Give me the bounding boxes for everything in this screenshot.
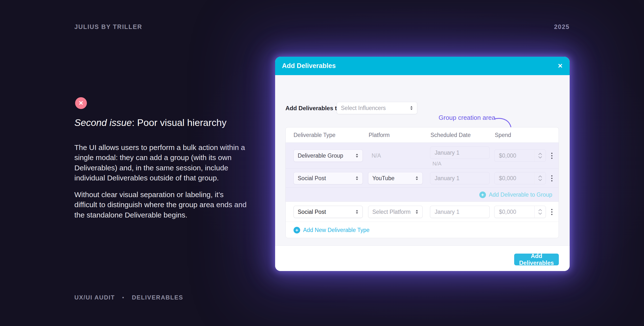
- spinner-down-icon[interactable]: [538, 156, 542, 158]
- sort-arrows-icon: [410, 106, 413, 110]
- bullet-separator-icon: •: [122, 295, 124, 300]
- scheduled-date-input[interactable]: January 1: [430, 172, 490, 184]
- select-influencers-dropdown[interactable]: Select Influencers: [337, 102, 417, 114]
- spinner-down-icon[interactable]: [538, 212, 542, 214]
- scheduled-date-input[interactable]: January 1: [430, 146, 490, 159]
- spinner-up-icon[interactable]: [538, 209, 542, 211]
- issue-heading-rest: : Poor visual hierarchy: [132, 117, 226, 128]
- platform-select[interactable]: Select Platform: [368, 206, 422, 218]
- issue-heading-italic: Second issue: [74, 117, 132, 128]
- spend-stepper: [534, 206, 546, 218]
- spinner-up-icon[interactable]: [538, 176, 542, 178]
- group-creation-area-annotation: Group creation area: [438, 114, 495, 122]
- deliverable-type-value: Social Post: [298, 209, 326, 215]
- spend-input[interactable]: $0,000: [494, 150, 546, 162]
- col-header-deliverable-type: Deliverable Type: [294, 128, 336, 142]
- deliverables-table: Deliverable Type Platform Scheduled Date…: [286, 127, 559, 238]
- row-menu-button[interactable]: [549, 150, 555, 162]
- plus-circle-icon: +: [294, 227, 300, 234]
- footer-tag-audit: UX/UI AUDIT: [74, 294, 115, 301]
- col-header-scheduled-date: Scheduled Date: [430, 128, 471, 142]
- platform-placeholder: Select Platform: [372, 209, 410, 215]
- sort-arrows-icon: [356, 176, 358, 180]
- slide: JULIUS BY TRILLER 2025 ✕ Second issue: P…: [0, 0, 644, 326]
- table-row-group-deliverable: Social Post YouTube January 1 $0,000: [286, 169, 558, 188]
- footer-tag-deliverables: DELIVERABLES: [132, 294, 183, 301]
- plus-circle-icon: +: [479, 192, 486, 198]
- date-placeholder: January 1: [435, 175, 460, 182]
- add-to-group-row: + Add Deliverable to Group: [286, 188, 558, 202]
- table-header-row: Deliverable Type Platform Scheduled Date…: [286, 128, 558, 142]
- platform-value: YouTube: [372, 175, 394, 182]
- spinner-down-icon[interactable]: [538, 179, 542, 181]
- deliverable-type-select[interactable]: Social Post: [294, 206, 363, 218]
- platform-select[interactable]: YouTube: [368, 172, 422, 184]
- slide-footer: UX/UI AUDIT • DELIVERABLES: [74, 294, 183, 301]
- add-deliverable-to-group-label: Add Deliverable to Group: [489, 192, 552, 198]
- row-menu-button[interactable]: [549, 172, 555, 184]
- table-row-deliverable-group: Deliverable Group N/A January 1 N/A $0,0…: [286, 142, 558, 169]
- spend-input[interactable]: $0,000: [494, 206, 546, 218]
- table-row-standalone-deliverable: Social Post Select Platform January 1 $0…: [286, 202, 558, 222]
- year-label: 2025: [554, 23, 570, 30]
- sort-arrows-icon: [415, 176, 418, 180]
- x-icon: ✕: [78, 100, 84, 106]
- date-na-subtext: N/A: [432, 160, 442, 167]
- sort-arrows-icon: [415, 210, 418, 214]
- deliverable-type-value: Deliverable Group: [298, 152, 343, 159]
- spend-placeholder: $0,000: [494, 175, 534, 182]
- brand-label: JULIUS BY TRILLER: [74, 23, 142, 30]
- modal-footer: Add Deliverables: [275, 246, 570, 271]
- spend-stepper: [534, 150, 546, 162]
- spend-placeholder: $0,000: [494, 152, 534, 159]
- add-deliverables-to-label: Add Deliverables to:: [286, 105, 342, 112]
- spend-input[interactable]: $0,000: [494, 172, 546, 184]
- sort-arrows-icon: [356, 154, 358, 158]
- issue-paragraph-2: Without clear visual separation or label…: [74, 190, 248, 220]
- deliverable-type-select[interactable]: Social Post: [294, 172, 363, 184]
- col-header-spend: Spend: [495, 128, 511, 142]
- spend-stepper: [534, 172, 546, 184]
- add-new-deliverable-type-link[interactable]: + Add New Deliverable Type: [294, 227, 370, 234]
- close-icon[interactable]: ✕: [558, 57, 563, 75]
- modal-title: Add Deliverables: [282, 62, 336, 70]
- issue-heading: Second issue: Poor visual hierarchy: [74, 117, 271, 128]
- row-menu-button[interactable]: [549, 206, 555, 218]
- scheduled-date-input[interactable]: January 1: [430, 206, 490, 218]
- add-new-deliverable-type-label: Add New Deliverable Type: [303, 227, 370, 234]
- add-deliverables-button[interactable]: Add Deliverables: [514, 254, 559, 265]
- add-deliverable-to-group-link[interactable]: + Add Deliverable to Group: [479, 188, 552, 202]
- issue-x-badge: ✕: [75, 97, 87, 109]
- spend-placeholder: $0,000: [494, 209, 534, 215]
- date-placeholder: January 1: [435, 209, 460, 215]
- col-header-platform: Platform: [369, 128, 390, 142]
- modal-header: Add Deliverables ✕: [275, 57, 570, 75]
- deliverable-type-value: Social Post: [298, 175, 326, 182]
- date-placeholder: January 1: [435, 150, 460, 156]
- modal-body: Add Deliverables to: Select Influencers …: [275, 75, 570, 246]
- platform-na-text: N/A: [372, 152, 381, 159]
- group-creation-area: Deliverable Group N/A January 1 N/A $0,0…: [286, 142, 558, 202]
- sort-arrows-icon: [356, 210, 358, 214]
- select-influencers-placeholder: Select Influencers: [341, 105, 386, 112]
- issue-paragraph-1: The UI allows users to perform a bulk ac…: [74, 142, 248, 183]
- deliverable-type-select[interactable]: Deliverable Group: [294, 150, 363, 162]
- spinner-up-icon[interactable]: [538, 153, 542, 155]
- add-new-row: + Add New Deliverable Type: [286, 222, 558, 238]
- add-deliverables-modal: Add Deliverables ✕ Add Deliverables to: …: [275, 57, 570, 271]
